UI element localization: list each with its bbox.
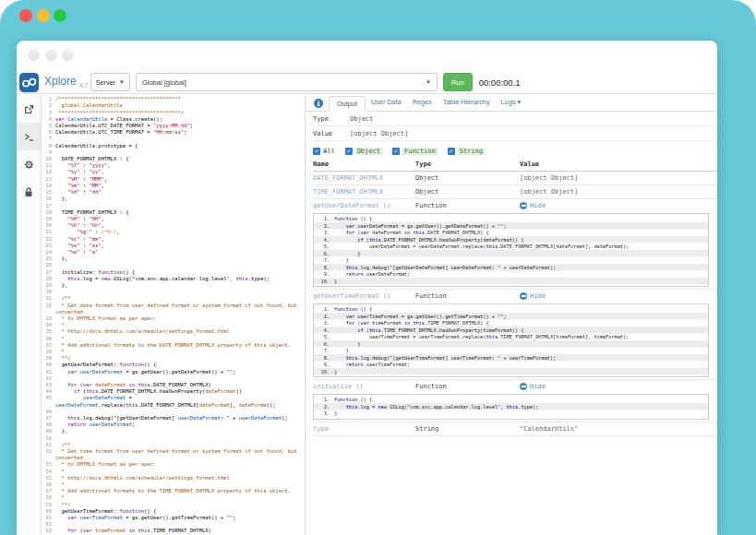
code-line: 61 var userTimeFormat = gs.getUser().get…: [42, 515, 306, 521]
source-line: 10.}: [314, 278, 708, 285]
code-line: 43 for (var dateFormat in this.DATE_FORM…: [42, 382, 306, 388]
code-line: userDateFormat.replace(this.DATE_FORMAT_…: [42, 401, 306, 408]
code-line: 21 "%g:" : /^h:/,: [42, 229, 306, 235]
code-line: 4var CalendarUtils = Class.create();: [42, 116, 306, 123]
filter-object: ✓Object: [345, 148, 382, 155]
xplore-logo: [19, 73, 39, 92]
result-value-row: Value [object Object]: [313, 126, 717, 141]
traffic-lights: [19, 9, 66, 22]
tab-regex[interactable]: Regex: [407, 95, 438, 111]
filter-label: String: [458, 148, 485, 155]
run-timer: 00:00:00.1: [479, 77, 521, 88]
result-entry: getUserDateFormat ()FunctionHide1.functi…: [313, 199, 717, 290]
source-line: 2. var userDateFormat = gs.getUser().get…: [314, 222, 708, 230]
code-line: 41 var userDateFormat = gs.getUser().get…: [42, 368, 306, 374]
sidebar-button-lock[interactable]: [17, 178, 41, 206]
result-type-row: Type Object: [313, 112, 717, 126]
source-line: 4. if (this.TIME_FORMAT_DHTMLX.hasOwnPro…: [314, 327, 708, 334]
column-name: Name: [313, 160, 415, 168]
column-value: Value: [520, 160, 717, 168]
result-row: DATE_FORMAT_DHTMLXObject[object Object]: [313, 172, 717, 185]
result-name-link[interactable]: TIME_FORMAT_DHTMLX: [313, 188, 415, 196]
result-row: TIME_FORMAT_DHTMLXObject[object Object]: [313, 185, 717, 199]
source-line: 3. for (var dateFormat in this.DATE_FORM…: [314, 230, 708, 237]
lock-icon: [24, 187, 33, 197]
code-line: 10 DATE_FORMAT_DHTMLX : {: [42, 156, 306, 162]
sidebar-button-gear[interactable]: [17, 150, 41, 178]
code-line: 1/**************************************…: [42, 96, 306, 102]
hide-link[interactable]: Hide: [520, 383, 717, 390]
result-entry: getUserTimeFormat ()FunctionHide1.functi…: [313, 290, 717, 380]
filter-label: Object: [355, 148, 382, 155]
source-line: 5. userTimeFormat = userTimeFormat.repla…: [314, 334, 708, 341]
hide-link[interactable]: Hide: [520, 292, 717, 300]
gear-icon: [24, 160, 34, 170]
code-line: 30: [42, 289, 306, 295]
source-line: 8. this.log.debug("[getUserDateFormat] u…: [314, 264, 708, 271]
code-line: 46: [42, 409, 306, 415]
close-button[interactable]: [19, 9, 32, 22]
browser-window: Xplore 4.7 Server▼ Global [global]▼ Run …: [17, 41, 717, 535]
results-header: Name Type Value: [313, 158, 717, 172]
filter-label: All: [323, 148, 335, 155]
result-name-link[interactable]: getUserTimeFormat (): [313, 292, 415, 300]
code-line: 26: [42, 262, 306, 268]
code-editor[interactable]: 1/**************************************…: [42, 95, 306, 535]
filter-checkbox-object[interactable]: ✓: [345, 148, 353, 155]
scope-combobox[interactable]: Global [global]▼: [136, 73, 438, 91]
code-line: 15 "%d" : "dd": [42, 189, 306, 196]
result-name-link[interactable]: type: [313, 425, 415, 433]
code-line: 33 * to DHTMLX format as per spec:: [42, 315, 306, 322]
code-line: 45 userDateFormat =: [42, 395, 306, 401]
maximize-button[interactable]: [54, 9, 66, 22]
function-source-block: 1.function () {2. this.log = new GSLog("…: [313, 394, 709, 420]
source-line: 10.}: [314, 368, 708, 375]
result-name-link[interactable]: DATE_FORMAT_DHTMLX: [313, 174, 415, 182]
result-type: Object: [415, 188, 520, 196]
tab-output[interactable]: Output: [329, 96, 366, 112]
code-line: 22 "%i" : "mm",: [42, 235, 306, 242]
code-line: 25 },: [42, 256, 306, 262]
panel-content: Type Object Value [object Object] ✓All✓O…: [306, 112, 717, 436]
code-line: 60 getUserTimeFormat: function() {: [42, 508, 306, 515]
code-line: 11 "%Y" : "yyyy",: [42, 162, 306, 169]
source-line: 5. userDateFormat = userDateFormat.repla…: [314, 244, 708, 251]
result-value: [object Object]: [520, 174, 717, 182]
source-line: 1.function () {: [314, 306, 708, 314]
run-button[interactable]: Run: [443, 73, 473, 91]
results-list: DATE_FORMAT_DHTMLXObject[object Object]T…: [313, 172, 717, 436]
hide-link[interactable]: Hide: [520, 202, 717, 209]
source-line: 9. return userDateFormat;: [314, 271, 708, 279]
result-type: Function: [415, 202, 520, 209]
filter-checkbox-function[interactable]: ✓: [392, 148, 400, 155]
filter-checkbox-string[interactable]: ✓: [448, 148, 455, 155]
sidebar-button-open-new-window[interactable]: [17, 95, 41, 123]
code-line: 44 if (this.DATE_FORMAT_DHTMLX.hasOwnPro…: [42, 388, 306, 395]
result-name-link[interactable]: getUserDateFormat (): [313, 202, 415, 209]
source-line: 7. }: [314, 348, 708, 355]
editor-lines: 1/**************************************…: [42, 95, 306, 535]
result-name-link[interactable]: initialize (): [313, 383, 415, 390]
tab-logs[interactable]: Logs ▾: [496, 95, 527, 111]
source-line: 1.function () {: [314, 216, 708, 223]
server-select[interactable]: Server▼: [90, 73, 130, 91]
code-line: 52 * Get time format from user defined f…: [42, 448, 306, 455]
sidebar-button-terminal[interactable]: [17, 123, 41, 150]
collapse-icon: [520, 292, 527, 300]
window-dot: [62, 49, 74, 61]
code-line: 37 * Add additional formats to the DATE_…: [42, 342, 306, 349]
result-entry: TIME_FORMAT_DHTMLXObject[object Object]: [313, 185, 717, 199]
minimize-button[interactable]: [37, 9, 50, 22]
function-source-block: 1.function () {2. var userDateFormat = g…: [313, 213, 709, 287]
info-icon[interactable]: i: [314, 99, 323, 108]
filter-checkbox-all[interactable]: ✓: [313, 148, 320, 155]
code-line: 59 **/: [42, 501, 306, 507]
type-filters: ✓All✓Object✓Function✓String: [313, 141, 717, 158]
toolbar: Xplore 4.7 Server▼ Global [global]▼ Run …: [17, 71, 717, 94]
code-line: 9: [42, 149, 306, 156]
tab-table-hierarchy[interactable]: Table Hierarchy: [438, 95, 496, 111]
result-value: Hide: [520, 292, 717, 300]
source-line: 8. this.log.debug("[getUserTimeFormat] u…: [314, 354, 708, 362]
tab-user-data[interactable]: User Data: [366, 95, 407, 111]
result-value: Hide: [520, 383, 717, 390]
